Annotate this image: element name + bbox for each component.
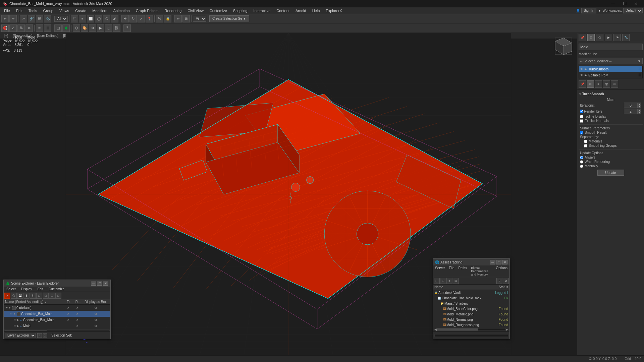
menu-create[interactable]: Create: [72, 8, 89, 13]
render-frame-btn[interactable]: 🖼: [113, 24, 120, 32]
undo-btn[interactable]: ↩: [1, 15, 9, 22]
menu-civil-view[interactable]: Civil View: [185, 8, 206, 13]
render-region-btn[interactable]: ⬚: [105, 24, 112, 32]
modifier-dropdown[interactable]: -- Select a Modifier -- ▼: [579, 58, 643, 64]
layer-explorer-maximize[interactable]: ☐: [97, 281, 102, 286]
panel-pin-btn[interactable]: 📌: [579, 34, 586, 41]
explorer-menu-edit[interactable]: Edit: [35, 287, 46, 292]
spinner-snap[interactable]: ⊕: [25, 24, 33, 32]
render-btn[interactable]: ▶: [97, 24, 104, 32]
exp-btn-save[interactable]: 💾: [17, 293, 23, 299]
menu-rendering[interactable]: Rendering: [162, 8, 184, 13]
angle-snap[interactable]: ∠: [9, 24, 17, 32]
modifier-eye-editablepoly[interactable]: 👁: [580, 73, 583, 77]
menu-explorerx[interactable]: ExplorerX: [323, 8, 344, 13]
at-btn-f[interactable]: ⚙: [503, 278, 509, 284]
render-setup-btn[interactable]: ⚙: [89, 24, 96, 32]
asset-tracking-list[interactable]: 🔒 Autodesk Vault Logged I 📄 Chocolate_Ba…: [433, 290, 509, 327]
bind-btn[interactable]: 📎: [44, 15, 51, 22]
scene-exp-btn[interactable]: 🌲: [62, 24, 70, 32]
panel-hierarchy-btn[interactable]: ⬡: [596, 34, 603, 41]
dropdown-icon[interactable]: ▼: [598, 9, 601, 12]
exp-btn-c[interactable]: □: [49, 293, 55, 299]
lock-btn[interactable]: 🔒: [164, 15, 171, 22]
layer-explorer-titlebar[interactable]: 🌲 Scene Explorer - Layer Explorer — ☐ ✕: [4, 280, 110, 287]
ts-render-iters-up[interactable]: ▲: [637, 109, 641, 111]
at-btn-a[interactable]: ⬚: [434, 278, 440, 284]
object-name-input[interactable]: [579, 44, 643, 50]
menu-help[interactable]: Help: [310, 8, 323, 13]
layer-explorer-list[interactable]: 👁 ▼ ⬛ 0 (default) ☀ ☀ ⚙ 👁 ▼ ⬛ Chocolate_…: [4, 305, 110, 329]
help-btn[interactable]: ?: [123, 24, 131, 32]
exp-btn-e[interactable]: ↕: [37, 333, 42, 338]
modifier-options-editablepoly[interactable]: ☰: [638, 73, 641, 77]
ts-collapse-arrow[interactable]: ▼: [579, 93, 582, 96]
asset-tracking-titlebar[interactable]: 🌐 Asset Tracking — ☐ ✕: [433, 259, 509, 265]
named-sel-sets[interactable]: ☰: [44, 24, 51, 32]
at-row-metallic[interactable]: 🖼 Mold_Metallic.png Found: [433, 311, 509, 317]
select-object-btn[interactable]: ⬚: [71, 15, 78, 22]
select-btn[interactable]: ↗: [20, 15, 27, 22]
paint-btn[interactable]: 🖌: [111, 15, 118, 22]
percent-btn[interactable]: %: [156, 15, 163, 22]
ts-smoothing-checkbox[interactable]: [584, 144, 587, 147]
ts-render-iters-input[interactable]: [624, 109, 637, 114]
ts-always-radio[interactable]: [580, 156, 583, 159]
at-btn-b[interactable]: □: [440, 278, 446, 284]
at-scrollbar-track[interactable]: [437, 328, 506, 331]
redo-btn[interactable]: ↪: [9, 15, 17, 22]
exp-btn-d[interactable]: □: [55, 293, 61, 299]
unlink-btn[interactable]: ⛓: [36, 15, 43, 22]
scale-btn[interactable]: ⤢: [138, 15, 145, 22]
menu-group[interactable]: Group: [40, 8, 56, 13]
ts-update-button[interactable]: Update: [597, 170, 624, 176]
mod-tool-config[interactable]: ⚙: [611, 80, 618, 88]
menu-customize[interactable]: Customize: [207, 8, 230, 13]
ts-isoline-checkbox[interactable]: [580, 115, 583, 118]
layer-row-chocolatebar[interactable]: 👁 ▼ ⬛ Chocolate_Bar_Mold ☀ ☀ ⚙: [4, 311, 110, 317]
panel-motion-btn[interactable]: ▶: [605, 34, 612, 41]
at-row-roughness[interactable]: 🖼 Mold_Roughness.png Found: [433, 322, 509, 327]
rect-select-btn[interactable]: ⬜: [87, 15, 94, 22]
signin-button[interactable]: Sign In: [581, 8, 596, 13]
at-row-basecolor[interactable]: 🖼 Mold_BaseColor.png Found: [433, 306, 509, 311]
exp-btn-b[interactable]: □: [43, 293, 49, 299]
exp-btn-x[interactable]: ✕: [4, 293, 10, 299]
ts-smooth-result-checkbox[interactable]: [580, 131, 583, 134]
exp-btn-layer[interactable]: ⬡: [11, 293, 17, 299]
close-btn[interactable]: ✕: [631, 0, 641, 7]
at-row-vault[interactable]: 🔒 Autodesk Vault Logged I: [433, 290, 509, 295]
snap-toggle[interactable]: 🧲: [1, 24, 9, 32]
at-row-maps[interactable]: 📁 Maps / Shaders: [433, 301, 509, 306]
panel-utilities-btn[interactable]: 🔧: [622, 34, 630, 41]
menu-animation[interactable]: Animation: [111, 8, 132, 13]
at-btn-d[interactable]: ⊞: [453, 278, 459, 284]
explorer-menu-display[interactable]: Display: [18, 287, 35, 292]
menu-arnold[interactable]: Arnold: [293, 8, 309, 13]
asset-tracking-maximize[interactable]: ☐: [496, 260, 501, 264]
orientation-cube[interactable]: P: [553, 36, 574, 56]
layer-expand-0[interactable]: ▼: [8, 306, 11, 309]
view-dropdown[interactable]: View: [193, 16, 206, 22]
mod-tool-pin[interactable]: 📌: [579, 80, 586, 88]
mod-tool-show[interactable]: ⚙: [587, 80, 594, 88]
menu-modifiers[interactable]: Modifiers: [90, 8, 110, 13]
layer-vis-chocolatemesh[interactable]: 👁: [14, 318, 16, 321]
modifier-turbosmooth[interactable]: 👁 ▶ TurboSmooth ☰: [579, 66, 642, 72]
ts-render-iters-checkbox[interactable]: [580, 110, 583, 113]
layer-explorer-close[interactable]: ✕: [103, 281, 108, 286]
at-scroll-left[interactable]: ◀: [434, 328, 437, 331]
menu-file[interactable]: File: [1, 8, 13, 13]
ts-iterations-down[interactable]: ▼: [637, 105, 641, 108]
create-selection-btn[interactable]: Create Selection Se ▼: [209, 15, 249, 22]
percent-snap[interactable]: %: [17, 24, 25, 32]
at-menu-file[interactable]: File: [447, 265, 456, 277]
asset-tracking-scrollbar[interactable]: ◀ ▶: [433, 327, 509, 331]
ts-render-iters-down[interactable]: ▼: [637, 111, 641, 114]
at-menu-options[interactable]: Options: [494, 265, 509, 277]
place-btn[interactable]: 📍: [146, 15, 153, 22]
mod-tool-delete[interactable]: 🗑: [603, 80, 610, 88]
layer-row-0[interactable]: 👁 ▼ ⬛ 0 (default) ☀ ☀ ⚙: [4, 305, 110, 311]
menu-tools[interactable]: Tools: [26, 8, 40, 13]
material-btn[interactable]: 🎨: [81, 24, 88, 32]
